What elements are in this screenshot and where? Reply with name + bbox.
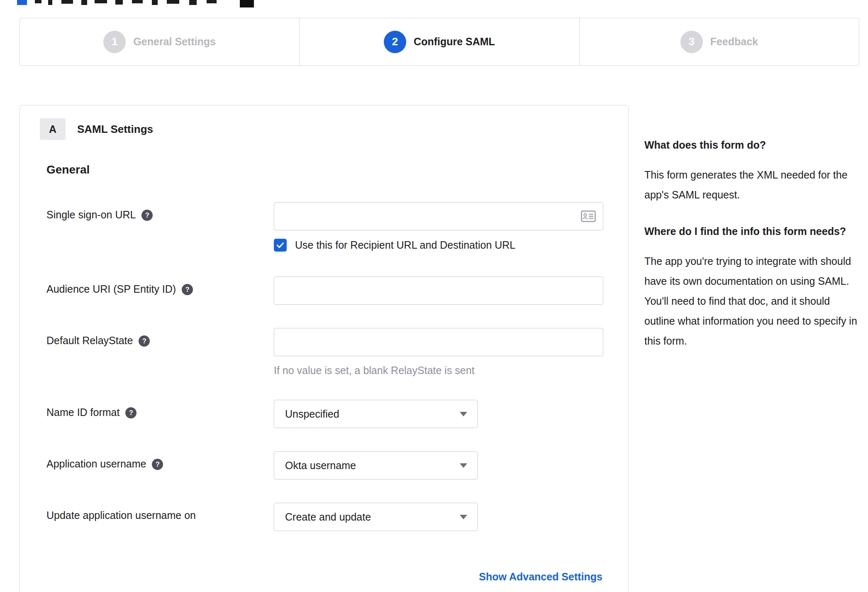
text-fragment [48, 0, 52, 5]
text-fragment [35, 0, 41, 3]
field-control: Use this for Recipient URL and Destinati… [274, 202, 608, 252]
step-number-badge: 3 [680, 31, 703, 53]
update-app-username-select[interactable]: Create and update [274, 503, 478, 531]
recipient-url-checkbox-label: Use this for Recipient URL and Destinati… [295, 239, 515, 251]
relay-state-input-wrap [274, 328, 603, 356]
chevron-down-icon [460, 515, 467, 519]
relay-state-label: Default RelayState [46, 335, 133, 347]
saml-settings-card: A SAML Settings General Single sign-on U… [20, 105, 629, 592]
step-label: Configure SAML [414, 36, 495, 48]
field-label: Application username ? [46, 451, 274, 479]
section-a-badge: A [40, 118, 66, 140]
contact-card-icon [581, 210, 596, 222]
name-id-format-select[interactable]: Unspecified [274, 400, 478, 428]
relay-state-input[interactable] [274, 328, 603, 356]
audience-uri-input-wrap [274, 276, 603, 305]
help-question-2: Where do I find the info this form needs… [644, 224, 861, 239]
step-general-settings[interactable]: 1 General Settings [20, 18, 300, 65]
relay-state-row: Default RelayState ? If no value is set,… [46, 328, 608, 377]
advanced-settings-row: Show Advanced Settings [40, 571, 602, 583]
wizard-stepper: 1 General Settings 2 Configure SAML 3 Fe… [20, 18, 859, 66]
text-fragment [167, 0, 179, 4]
step-label: Feedback [710, 36, 758, 48]
audience-uri-label: Audience URI (SP Entity ID) [46, 283, 176, 295]
help-icon[interactable]: ? [152, 459, 163, 470]
name-id-format-label: Name ID format [46, 406, 119, 418]
relay-state-hint: If no value is set, a blank RelayState i… [274, 364, 608, 377]
audience-uri-row: Audience URI (SP Entity ID) ? [46, 276, 608, 305]
application-username-label: Application username [46, 458, 146, 470]
text-fragment [61, 0, 73, 4]
recipient-url-checkbox[interactable] [274, 239, 287, 252]
text-fragment [81, 0, 87, 5]
audience-uri-input[interactable] [274, 276, 603, 305]
field-control: Unspecified [274, 400, 608, 428]
cropped-page-header [0, 0, 868, 8]
name-id-format-row: Name ID format ? Unspecified [46, 400, 608, 428]
selected-value: Unspecified [285, 408, 339, 420]
app-logo-fragment [240, 0, 254, 7]
selected-value: Create and update [285, 511, 371, 523]
step-number-badge: 1 [103, 31, 126, 53]
text-fragment [95, 0, 107, 3]
step-feedback[interactable]: 3 Feedback [580, 18, 859, 65]
step-configure-saml[interactable]: 2 Configure SAML [300, 18, 579, 65]
card-header: A SAML Settings [40, 118, 608, 140]
chevron-down-icon [460, 463, 467, 468]
text-fragment [189, 0, 197, 5]
check-icon [276, 241, 285, 250]
application-username-row: Application username ? Okta username [46, 451, 608, 479]
help-sidebar: What does this form do? This form genera… [644, 137, 861, 370]
field-label: Update application username on [46, 503, 274, 531]
selected-value: Okta username [285, 460, 356, 472]
text-fragment [132, 0, 143, 3]
field-control: If no value is set, a blank RelayState i… [274, 328, 608, 377]
update-app-username-row: Update application username on Create an… [46, 503, 608, 531]
update-app-username-label: Update application username on [46, 509, 196, 521]
chevron-down-icon [460, 412, 467, 416]
help-icon[interactable]: ? [139, 335, 150, 347]
application-username-select[interactable]: Okta username [274, 451, 478, 479]
sso-url-label: Single sign-on URL [46, 209, 136, 221]
help-icon[interactable]: ? [125, 407, 137, 418]
field-label: Audience URI (SP Entity ID) ? [46, 276, 274, 305]
text-fragment [115, 0, 123, 5]
help-icon[interactable]: ? [141, 210, 153, 221]
sso-url-row: Single sign-on URL ? [46, 202, 608, 252]
field-label: Single sign-on URL ? [46, 202, 274, 252]
help-answer-1: This form generates the XML needed for t… [644, 165, 861, 205]
field-control: Okta username [274, 451, 608, 479]
help-answer-2: The app you're trying to integrate with … [644, 251, 861, 351]
text-fragment [207, 0, 217, 3]
step-number-badge: 2 [384, 31, 406, 53]
field-label: Name ID format ? [46, 400, 274, 428]
sso-url-input-wrap [274, 202, 603, 230]
field-label: Default RelayState ? [46, 328, 274, 377]
text-fragment [17, 0, 27, 5]
show-advanced-settings-link[interactable]: Show Advanced Settings [479, 571, 602, 582]
help-question-1: What does this form do? [644, 137, 861, 152]
section-title: SAML Settings [77, 123, 153, 136]
recipient-url-checkbox-row: Use this for Recipient URL and Destinati… [274, 239, 608, 252]
field-control: Create and update [274, 503, 608, 531]
step-label: General Settings [133, 36, 216, 48]
help-icon[interactable]: ? [182, 284, 193, 295]
field-control [274, 276, 608, 305]
sso-url-input[interactable] [274, 202, 603, 230]
text-fragment [152, 0, 158, 5]
general-group-title: General [46, 163, 608, 176]
